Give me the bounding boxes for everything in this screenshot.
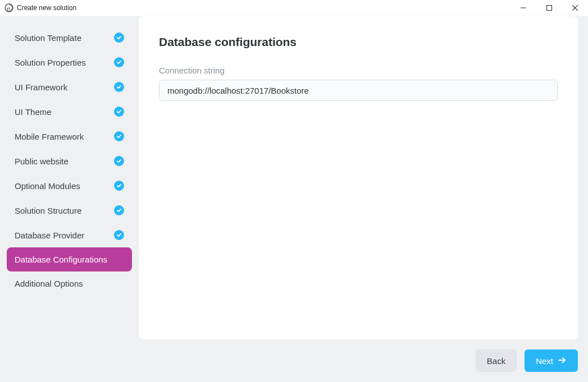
sidebar-item-solution-properties[interactable]: Solution Properties	[7, 50, 132, 75]
sidebar-item-optional-modules[interactable]: Optional Modules	[7, 173, 132, 198]
sidebar-item-solution-template[interactable]: Solution Template	[7, 25, 132, 50]
sidebar-item-additional-options[interactable]: Additional Options	[7, 271, 132, 296]
connection-string-label: Connection string	[159, 66, 558, 75]
minimize-button[interactable]	[510, 0, 536, 16]
back-button[interactable]: Back	[476, 349, 517, 372]
sidebar-list: Solution TemplateSolution PropertiesUI F…	[7, 25, 132, 296]
titlebar-left: Create new solution	[4, 3, 76, 12]
check-icon	[114, 156, 124, 166]
page-title: Database configurations	[159, 35, 558, 49]
sidebar-item-label: Solution Properties	[15, 58, 86, 67]
content-card: Database configurations Connection strin…	[139, 16, 578, 339]
wizard-footer: Back Next	[139, 349, 578, 372]
sidebar-item-mobile-framework[interactable]: Mobile Framework	[7, 124, 132, 149]
check-icon	[114, 82, 124, 92]
sidebar-item-label: Solution Template	[15, 33, 81, 43]
sidebar: Solution TemplateSolution PropertiesUI F…	[0, 16, 139, 382]
next-button[interactable]: Next	[525, 349, 578, 372]
sidebar-item-ui-framework[interactable]: UI Framework	[7, 75, 132, 99]
back-button-label: Back	[487, 356, 505, 366]
arrow-right-icon	[558, 356, 567, 366]
sidebar-item-label: UI Framework	[15, 82, 67, 92]
sidebar-item-label: Public website	[15, 157, 69, 166]
check-icon	[114, 57, 124, 67]
check-icon	[114, 131, 124, 141]
check-icon	[114, 33, 124, 43]
connection-string-input[interactable]	[159, 80, 558, 101]
check-icon	[114, 181, 124, 191]
maximize-button[interactable]	[536, 0, 562, 16]
check-icon	[114, 230, 124, 240]
content-wrap: Database configurations Connection strin…	[139, 16, 588, 382]
window-controls	[510, 0, 588, 16]
sidebar-item-public-website[interactable]: Public website	[7, 149, 132, 173]
sidebar-item-label: Solution Structure	[15, 206, 81, 215]
sidebar-item-label: UI Theme	[15, 107, 52, 117]
check-icon	[114, 107, 124, 117]
sidebar-item-label: Additional Options	[15, 279, 83, 288]
svg-rect-2	[547, 6, 552, 11]
sidebar-item-solution-structure[interactable]: Solution Structure	[7, 198, 132, 223]
check-icon	[114, 205, 124, 215]
app-icon	[4, 3, 13, 12]
sidebar-item-database-configurations[interactable]: Database Configurations	[7, 247, 132, 271]
sidebar-item-ui-theme[interactable]: UI Theme	[7, 99, 132, 124]
close-button[interactable]	[562, 0, 588, 16]
sidebar-item-label: Mobile Framework	[15, 132, 84, 141]
window-title: Create new solution	[17, 4, 76, 12]
sidebar-item-label: Database Provider	[15, 231, 84, 240]
sidebar-item-label: Optional Modules	[15, 181, 80, 191]
sidebar-item-label: Database Configurations	[15, 255, 107, 264]
sidebar-item-database-provider[interactable]: Database Provider	[7, 223, 132, 247]
titlebar: Create new solution	[0, 0, 588, 16]
app-body: Solution TemplateSolution PropertiesUI F…	[0, 16, 588, 382]
next-button-label: Next	[536, 356, 553, 366]
